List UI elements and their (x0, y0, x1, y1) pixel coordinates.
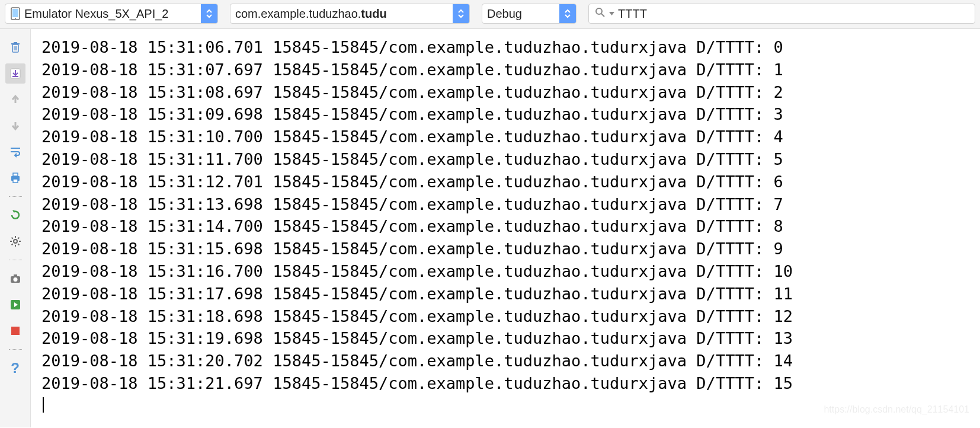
print-icon (9, 171, 22, 184)
log-line: 2019-08-18 15:31:21.697 15845-15845/com.… (41, 372, 969, 395)
logcat-sidebar: ? (0, 29, 31, 427)
svg-line-4 (601, 14, 604, 17)
separator (9, 260, 22, 260)
restart-button[interactable] (5, 205, 25, 225)
svg-rect-26 (14, 274, 17, 276)
screen-record-icon (9, 299, 21, 311)
log-line: 2019-08-18 15:31:12.701 15845-15845/com.… (41, 171, 969, 193)
device-select[interactable]: Emulator Nexus_5X_API_2 (5, 4, 218, 24)
svg-line-21 (11, 238, 12, 239)
log-line: 2019-08-18 15:31:08.697 15845-15845/com.… (41, 81, 969, 104)
svg-rect-29 (11, 327, 20, 335)
svg-rect-14 (13, 173, 18, 176)
svg-line-24 (18, 238, 19, 239)
log-line: 2019-08-18 15:31:20.702 15845-15845/com.… (41, 350, 969, 372)
svg-point-3 (596, 8, 602, 14)
arrow-up-icon (9, 94, 21, 106)
stop-button[interactable] (5, 321, 25, 341)
search-input[interactable] (618, 7, 969, 21)
print-button[interactable] (5, 168, 25, 188)
device-label: Emulator Nexus_5X_API_2 (24, 7, 197, 21)
log-line: 2019-08-18 15:31:06.701 15845-15845/com.… (41, 36, 969, 59)
svg-rect-15 (13, 179, 18, 183)
process-label: com.example.tuduzhao.tudu (235, 7, 449, 21)
phone-icon (10, 7, 21, 20)
svg-rect-7 (14, 42, 17, 43)
soft-wrap-button[interactable] (5, 142, 25, 162)
search-box[interactable] (588, 4, 975, 24)
dropdown-arrows-icon (559, 4, 576, 23)
log-line: 2019-08-18 15:31:17.698 15845-15845/com.… (41, 283, 969, 305)
log-line: 2019-08-18 15:31:19.698 15845-15845/com.… (41, 327, 969, 350)
logcat-toolbar: Emulator Nexus_5X_API_2 com.example.tudu… (0, 0, 980, 29)
dropdown-arrows-icon (453, 4, 469, 23)
previous-button[interactable] (5, 90, 25, 110)
svg-line-23 (11, 244, 12, 245)
next-button[interactable] (5, 116, 25, 136)
dropdown-arrows-icon (201, 4, 217, 23)
camera-icon (9, 272, 22, 285)
stop-icon (10, 325, 21, 336)
log-line: 2019-08-18 15:31:07.697 15845-15845/com.… (41, 59, 969, 81)
log-line: 2019-08-18 15:31:14.700 15845-15845/com.… (41, 215, 969, 238)
svg-point-27 (13, 277, 17, 282)
process-select[interactable]: com.example.tuduzhao.tudu (230, 4, 470, 24)
svg-point-2 (15, 18, 16, 19)
log-line: 2019-08-18 15:31:11.700 15845-15845/com.… (41, 148, 969, 171)
svg-point-16 (14, 239, 17, 243)
arrow-down-icon (9, 120, 21, 132)
search-icon (595, 7, 606, 20)
gear-icon (9, 235, 22, 248)
log-line: 2019-08-18 15:31:09.698 15845-15845/com.… (41, 103, 969, 126)
download-icon (9, 67, 22, 80)
svg-line-22 (18, 244, 19, 245)
settings-button[interactable] (5, 231, 25, 251)
trash-icon (9, 41, 22, 54)
svg-rect-1 (12, 9, 18, 17)
svg-rect-6 (11, 43, 20, 44)
soft-wrap-icon (9, 145, 22, 158)
restart-icon (9, 209, 22, 222)
log-line: 2019-08-18 15:31:15.698 15845-15845/com.… (41, 238, 969, 260)
log-line: 2019-08-18 15:31:13.698 15845-15845/com.… (41, 193, 969, 216)
clear-log-button[interactable] (5, 37, 25, 58)
screen-record-button[interactable] (5, 295, 25, 315)
help-button[interactable]: ? (5, 358, 25, 378)
scroll-to-end-button[interactable] (5, 63, 25, 84)
log-line: 2019-08-18 15:31:16.700 15845-15845/com.… (41, 260, 969, 283)
log-output[interactable]: 2019-08-18 15:31:06.701 15845-15845/com.… (31, 29, 980, 427)
separator (9, 349, 22, 350)
separator (9, 196, 22, 197)
log-line: 2019-08-18 15:31:10.700 15845-15845/com.… (41, 126, 969, 148)
cursor (43, 397, 44, 413)
loglevel-label: Debug (487, 7, 556, 21)
loglevel-select[interactable]: Debug (482, 4, 577, 24)
log-line: 2019-08-18 15:31:18.698 15845-15845/com.… (41, 305, 969, 328)
search-dropdown-icon[interactable] (609, 11, 614, 17)
help-icon: ? (11, 360, 20, 376)
screenshot-button[interactable] (5, 269, 25, 289)
